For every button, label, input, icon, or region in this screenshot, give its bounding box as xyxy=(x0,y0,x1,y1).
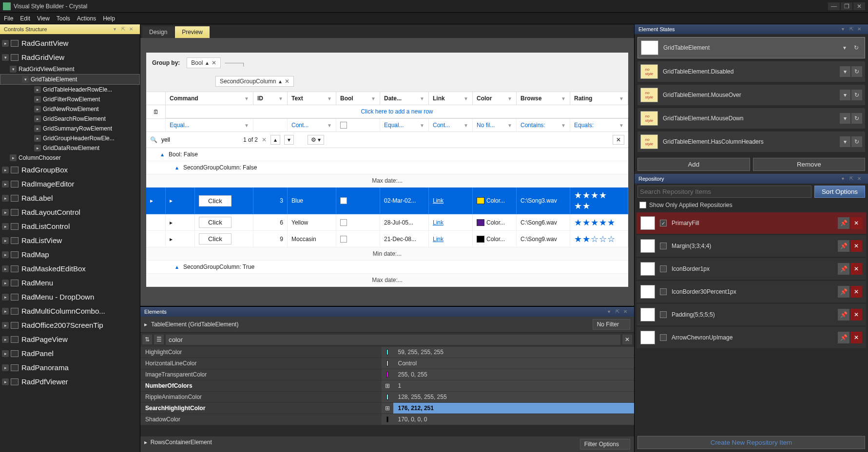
state-reset-icon[interactable]: ↻ xyxy=(851,42,862,53)
tree-item[interactable]: ▸GridSearchRowElement xyxy=(0,114,140,124)
search-options-button[interactable]: ⚙ ▾ xyxy=(308,135,324,145)
pin-repo-icon[interactable]: 📌 xyxy=(838,217,849,229)
repo-item[interactable]: ✓ PrimaryFill 📌✕ xyxy=(637,212,866,234)
tree-item[interactable]: ▸RadPageView xyxy=(0,332,140,346)
tree-item-selected[interactable]: ▾GridTableElement xyxy=(0,74,140,85)
search-input[interactable] xyxy=(161,136,239,143)
delete-repo-icon[interactable]: ✕ xyxy=(850,240,862,252)
tree-item[interactable]: ▸ColumnChooser xyxy=(0,153,140,163)
tree-item[interactable]: ▸RadImageEditor xyxy=(0,177,140,191)
column-header[interactable]: Text▼ xyxy=(288,92,336,105)
tab-preview[interactable]: Preview xyxy=(175,26,210,38)
state-item[interactable]: GridTableElement ▾↻ xyxy=(637,37,865,58)
close-panel-icon[interactable]: ✕ xyxy=(623,309,630,315)
group-header-sgc-true[interactable]: ▴ SecondGroupColumn: True xyxy=(146,261,628,274)
pin-repo-icon[interactable]: 📌 xyxy=(838,309,849,320)
pin-repo-icon[interactable]: 📌 xyxy=(838,240,849,252)
delete-repo-icon[interactable]: ✕ xyxy=(850,217,862,229)
filter-cell[interactable]: Equal...▼ xyxy=(166,119,253,132)
filter-dropdown[interactable]: No Filter xyxy=(593,319,630,330)
calendar-icon[interactable]: 🗓 xyxy=(146,105,166,118)
delete-repo-icon[interactable]: ✕ xyxy=(850,286,862,298)
state-item[interactable]: nostyle GridTableElement.MouseDown ▾↻ xyxy=(637,108,865,129)
controls-tree[interactable]: ▸RadGanttView▾RadGridView▾RadGridViewEle… xyxy=(0,34,140,452)
filter-cell[interactable]: Equal...▼ xyxy=(380,119,429,132)
close-panel-icon[interactable]: ✕ xyxy=(857,176,864,182)
column-header[interactable]: Command▼ xyxy=(166,92,253,105)
state-dropdown-icon[interactable]: ▾ xyxy=(840,66,850,77)
prev-result-button[interactable]: ▴ xyxy=(270,135,280,145)
close-panel-icon[interactable]: ✕ xyxy=(857,26,864,32)
tree-item[interactable]: ▾RadGridViewElement xyxy=(0,64,140,74)
clear-search-icon[interactable]: ✕ xyxy=(262,136,267,143)
group-header-bool[interactable]: ▴ Bool: False xyxy=(146,148,628,161)
table-row[interactable]: ▸ Click 6 Yellow 28-Jul-05... Link Color… xyxy=(146,214,628,231)
property-list[interactable]: HighlightColor 59, 255, 255, 255 Horizon… xyxy=(140,347,634,436)
menu-actions[interactable]: Actions xyxy=(77,15,96,22)
filter-options-dropdown[interactable]: Filter Options xyxy=(580,439,630,450)
repo-item[interactable]: IconBorder30Percent1px 📌✕ xyxy=(637,281,866,302)
column-header[interactable] xyxy=(146,92,166,105)
tree-item[interactable]: ▸GridNewRowElement xyxy=(0,104,140,114)
tree-item[interactable]: ▸RadMultiColumnCombo... xyxy=(0,304,140,318)
tree-item[interactable]: ▸RadPdfViewer xyxy=(0,375,140,389)
clear-icon[interactable]: ✕ xyxy=(622,335,632,344)
next-result-button[interactable]: ▾ xyxy=(284,135,294,145)
column-header[interactable]: Date...▼ xyxy=(380,92,429,105)
chevron-up-icon[interactable]: ▴ xyxy=(279,78,282,85)
dropdown-icon[interactable]: ▾ xyxy=(608,309,615,315)
filter-cell[interactable]: Equals:▼ xyxy=(570,119,628,132)
pin-icon[interactable]: ⇱ xyxy=(849,176,856,182)
tree-item[interactable]: ▸RadMenu xyxy=(0,276,140,290)
tree-item[interactable]: ▸RadGroupBox xyxy=(0,163,140,177)
tree-item[interactable]: ▾RadGridView xyxy=(0,50,140,64)
dropdown-icon[interactable]: ▾ xyxy=(842,176,849,182)
repository-list[interactable]: ✓ PrimaryFill 📌✕ Margin(3;3;4;4) 📌✕ Icon… xyxy=(635,210,868,433)
repo-item[interactable]: Padding(5;5;5;5) 📌✕ xyxy=(637,304,866,325)
state-reset-icon[interactable]: ↻ xyxy=(851,113,862,124)
state-dropdown-icon[interactable]: ▾ xyxy=(839,42,850,53)
tree-item[interactable]: ▸GridFilterRowElement xyxy=(0,94,140,104)
filter-cell[interactable] xyxy=(336,119,380,132)
tree-item[interactable]: ▸RadMaskedEditBox xyxy=(0,262,140,276)
filter-cell[interactable] xyxy=(253,119,288,132)
tree-item[interactable]: ▸RadPanel xyxy=(0,346,140,360)
tree-item[interactable]: ▸GridGroupHeaderRowEle... xyxy=(0,133,140,143)
menu-edit[interactable]: Edit xyxy=(20,15,30,22)
close-search-button[interactable]: ✕ xyxy=(613,135,624,145)
filter-cell[interactable]: Contains:▼ xyxy=(517,119,570,132)
element-selector[interactable]: TableElement (GridTableElement) xyxy=(151,321,589,328)
sort-options-button[interactable]: Sort Options xyxy=(814,186,865,198)
chevron-up-icon[interactable]: ▴ xyxy=(206,59,209,66)
dropdown-icon[interactable]: ▾ xyxy=(114,26,120,32)
pin-repo-icon[interactable]: 📌 xyxy=(838,263,849,275)
filter-cell[interactable]: Cont...▼ xyxy=(429,119,473,132)
expand-icon[interactable]: ▸ xyxy=(144,321,147,328)
remove-chip-icon[interactable]: ✕ xyxy=(285,78,289,85)
state-reset-icon[interactable]: ↻ xyxy=(851,66,862,77)
repo-search-input[interactable] xyxy=(637,186,811,198)
click-button[interactable]: Click xyxy=(199,233,231,245)
group-chip-bool[interactable]: Bool ▴ ✕ xyxy=(187,57,221,68)
tree-item[interactable]: ▸RadGanttView xyxy=(0,36,140,50)
state-item[interactable]: nostyle GridTableElement.Disabled ▾↻ xyxy=(637,61,865,82)
group-header-sgc[interactable]: ▴ SecondGroupColumn: False xyxy=(146,161,628,174)
column-header[interactable]: Rating▼ xyxy=(570,92,628,105)
click-button[interactable]: Click xyxy=(199,195,231,207)
dropdown-icon[interactable]: ▾ xyxy=(842,26,849,32)
show-only-applied-row[interactable]: Show Only Applied Repositories xyxy=(635,200,868,210)
tree-item[interactable]: ▸GridSummaryRowElement xyxy=(0,124,140,133)
collapse-icon[interactable]: ▴ xyxy=(175,264,178,270)
state-item[interactable]: nostyle GridTableElement.HasColumnHeader… xyxy=(637,132,865,152)
delete-repo-icon[interactable]: ✕ xyxy=(850,309,862,320)
repo-item[interactable]: Margin(3;3;4;4) 📌✕ xyxy=(637,235,866,257)
tree-item[interactable]: ▸RadListControl xyxy=(0,219,140,233)
state-dropdown-icon[interactable]: ▾ xyxy=(840,113,850,124)
repo-item[interactable]: ArrowChevronUpImage 📌✕ xyxy=(637,327,866,348)
pin-icon[interactable]: ⇱ xyxy=(849,26,856,32)
table-row[interactable]: ▸ Click 9 Moccasin 21-Dec-08... Link Col… xyxy=(146,231,628,247)
minimize-button[interactable]: — xyxy=(828,2,840,10)
category-icon[interactable]: ☰ xyxy=(154,335,164,344)
add-state-button[interactable]: Add xyxy=(637,158,750,171)
tab-design[interactable]: Design xyxy=(142,26,174,38)
